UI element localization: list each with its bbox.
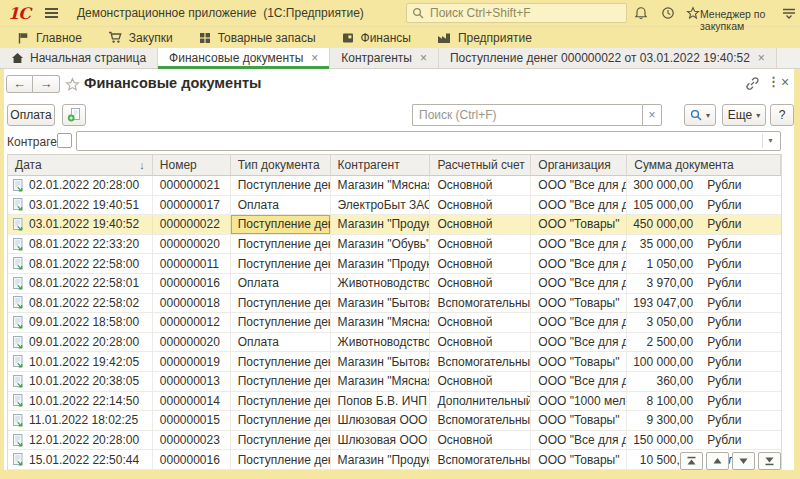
1c-logo[interactable]: 1С [8,4,30,23]
cell-number[interactable]: 000000021 [153,176,231,195]
tab-financial-documents[interactable]: Финансовые документы× [158,48,330,68]
cell-organization[interactable]: ООО "Все для дома" [531,274,627,293]
cell-date[interactable]: 08.01.2022 22:58:02 [8,294,153,313]
cell-date[interactable]: 03.01.2022 19:40:51 [8,196,153,215]
menu-item-purchases[interactable]: Закупки [95,27,186,48]
cell-amount[interactable]: 300 000,00Рубли [627,176,781,195]
cell-doctype[interactable]: Поступление денег [231,392,331,411]
cell-organization[interactable]: ООО "Товары" [531,215,627,234]
counterparty-filter-checkbox[interactable] [57,133,72,148]
cell-account[interactable]: Вспомогательный [430,450,531,469]
close-tab-icon[interactable]: × [420,51,427,65]
cell-number[interactable]: 000000020 [153,235,231,254]
cell-date[interactable]: 15.01.2022 22:50:44 [8,450,153,469]
table-row[interactable]: 08.01.2022 22:33:20000000020Поступление … [8,235,781,255]
cell-amount[interactable]: 9 300,00Рубли [627,411,781,430]
back-button[interactable]: ← [6,75,33,93]
column-header-doctype[interactable]: Тип документа [231,155,331,175]
cell-account[interactable]: Основной [430,196,531,215]
table-row[interactable]: 15.01.2022 22:50:44000000016Поступление … [8,450,781,470]
cell-account[interactable]: Основной [430,254,531,273]
menu-item-main[interactable]: Главное [4,27,95,48]
column-header-organization[interactable]: Организация [531,155,627,175]
cell-counterparty[interactable]: Магазин "Мясная ... [331,176,431,195]
search-options-button[interactable]: ▾ [684,104,716,126]
payment-button[interactable]: Оплата [7,104,55,126]
cell-date[interactable]: 11.01.2022 18:02:25 [8,411,153,430]
cell-account[interactable]: Основной [430,372,531,391]
cell-counterparty[interactable]: Магазин "Обувь" [331,235,431,254]
cell-date[interactable]: 09.01.2022 20:28:00 [8,333,153,352]
favorites-star-icon[interactable] [686,6,700,20]
cell-organization[interactable]: ООО "Все для дома" [531,235,627,254]
get-link-icon[interactable] [745,76,760,91]
tab-counterparties[interactable]: Контрагенты× [330,48,439,68]
column-header-account[interactable]: Расчетный счет [430,155,531,175]
cell-counterparty[interactable]: Магазин "Мясная ... [331,313,431,332]
cell-account[interactable]: Вспомогательный [430,352,531,371]
cell-number[interactable]: 000000019 [153,352,231,371]
cell-counterparty[interactable]: Магазин "Продукты" [331,215,431,234]
cell-amount[interactable]: 100 000,00Рубли [627,352,781,371]
table-row[interactable]: 08.01.2022 22:58:00000000011Поступление … [8,254,781,274]
cell-amount[interactable]: 360,00Рубли [627,372,781,391]
cell-organization[interactable]: ООО "Товары" [531,411,627,430]
tab-home[interactable]: Начальная страница [0,48,158,68]
cell-date[interactable]: 03.01.2022 19:40:52 [8,215,153,234]
cell-counterparty[interactable]: Магазин "Бытовая... [331,294,431,313]
column-header-date[interactable]: Дата↓ [8,155,153,175]
cell-organization[interactable]: ООО "Все для дома" [531,313,627,332]
cell-account[interactable]: Основной [430,274,531,293]
cell-counterparty[interactable]: Попов Б.В. ИЧП [331,392,431,411]
notifications-bell-icon[interactable] [634,6,648,20]
cell-date[interactable]: 10.01.2022 19:42:05 [8,352,153,371]
close-form-icon[interactable]: × [781,74,789,90]
cell-counterparty[interactable]: Шлюзовая ООО [331,411,431,430]
column-header-counterparty[interactable]: Контрагент [331,155,431,175]
close-tab-icon[interactable]: × [758,51,765,65]
cell-date[interactable]: 02.01.2022 20:28:00 [8,176,153,195]
close-tab-icon[interactable]: × [311,51,318,65]
cell-organization[interactable]: ООО "Товары" [531,352,627,371]
cell-organization[interactable]: ООО "Все для дома" [531,254,627,273]
cell-number[interactable]: 000000020 [153,333,231,352]
more-menu-kebab-icon[interactable]: ⋮ [767,74,780,89]
cell-account[interactable]: Основной [430,333,531,352]
cell-date[interactable]: 12.01.2022 20:28:00 [8,431,153,450]
cell-date[interactable]: 08.01.2022 22:58:01 [8,274,153,293]
cell-counterparty[interactable]: Магазин "Мясная ... [331,372,431,391]
cell-amount[interactable]: 1 050,00Рубли [627,254,781,273]
tab-money-receipt[interactable]: Поступление денег 000000022 от 03.01.202… [439,48,777,68]
cell-counterparty[interactable]: Животноводство ... [331,333,431,352]
list-search-input[interactable] [412,104,642,126]
cell-counterparty[interactable]: Магазин "Бытовая... [331,352,431,371]
table-row[interactable]: 08.01.2022 22:58:01000000016ОплатаЖивотн… [8,274,781,294]
page-down-button[interactable] [732,452,755,470]
history-icon[interactable] [661,6,675,20]
cell-account[interactable]: Вспомогательный [430,411,531,430]
cell-amount[interactable]: 193 047,00Рубли [627,294,781,313]
cell-doctype[interactable]: Поступление денег [231,254,331,273]
table-row[interactable]: 11.01.2022 18:02:25000000015Поступление … [8,411,781,431]
cell-account[interactable]: Основной [430,431,531,450]
cell-doctype[interactable]: Поступление денег [231,450,331,469]
table-row[interactable]: 12.01.2022 20:28:00000000023Поступление … [8,431,781,451]
table-row[interactable]: 09.01.2022 20:28:00000000020ОплатаЖивотн… [8,333,781,353]
global-search-input[interactable] [428,5,621,21]
more-actions-button[interactable]: Еще ▾ [722,104,766,126]
cell-organization[interactable]: ООО "Товары" [531,294,627,313]
cell-account[interactable]: Основной [430,215,531,234]
cell-amount[interactable]: 150 000,00Рубли [627,431,781,450]
main-menu-icon[interactable] [45,8,58,18]
cell-amount[interactable]: 35 000,00Рубли [627,235,781,254]
cell-number[interactable]: 000000013 [153,372,231,391]
cell-counterparty[interactable]: Магазин "Продукты" [331,450,431,469]
cell-organization[interactable]: ООО "Все для дома" [531,196,627,215]
cell-doctype[interactable]: Оплата [231,196,331,215]
cell-number[interactable]: 000000016 [153,450,231,469]
cell-date[interactable]: 10.01.2022 22:14:50 [8,392,153,411]
create-receipt-button[interactable] [62,104,86,126]
cell-date[interactable]: 08.01.2022 22:33:20 [8,235,153,254]
cell-doctype[interactable]: Поступление денег [231,352,331,371]
menu-item-inventory[interactable]: Товарные запасы [186,27,329,48]
